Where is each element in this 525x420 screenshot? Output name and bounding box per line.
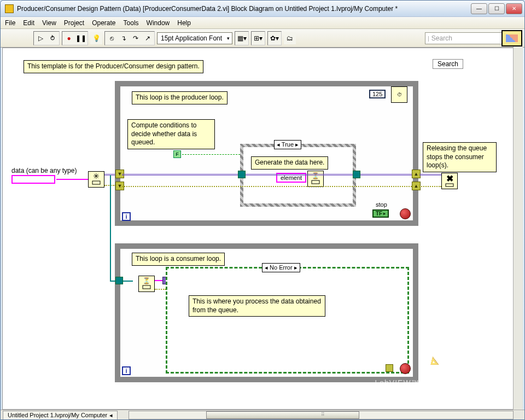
- wire-to-release: [419, 174, 441, 176]
- run-button[interactable]: ▷: [34, 32, 46, 44]
- run-cont-button[interactable]: ⥁: [46, 32, 59, 44]
- release-queue-node[interactable]: ✖: [441, 173, 458, 189]
- app-window: Producer/Consumer Design Pattern (Data) …: [0, 0, 525, 420]
- project-path-label: Untitled Project 1.lvproj/My Computer: [8, 412, 107, 418]
- obtain-queue-node[interactable]: ✳: [88, 171, 104, 188]
- svg-text:✳: ✳: [93, 172, 100, 180]
- menu-window[interactable]: Window: [147, 19, 170, 27]
- horizontal-scrollbar[interactable]: ⠿: [129, 411, 514, 419]
- abort-button[interactable]: ●: [63, 32, 75, 44]
- distribute-group: ⊞▾: [251, 31, 265, 45]
- tunnel-case-in1: [238, 171, 246, 178]
- wire-deq-err: [155, 289, 166, 290]
- svg-text:⏳: ⏳: [312, 172, 319, 179]
- window-controls: — ☐ ✕: [471, 3, 522, 14]
- menu-tools[interactable]: Tools: [124, 19, 139, 27]
- run-group: ▷ ⥁: [33, 31, 60, 45]
- wait-ms-node[interactable]: ⏱: [391, 86, 407, 103]
- toolbar: ▷ ⥁ ● ❚❚ 💡 ⎋ ↴ ↷ ↗ 15pt Application Font…: [1, 29, 524, 48]
- menu-help[interactable]: Help: [177, 19, 191, 27]
- step-group: ⎋ ↴ ↷ ↗: [104, 31, 155, 45]
- menubar: File Edit View Project Operate Tools Win…: [1, 17, 524, 29]
- menu-view[interactable]: View: [42, 19, 56, 27]
- menu-operate[interactable]: Operate: [92, 19, 115, 27]
- consumer-note: This loop is a consumer loop.: [132, 253, 225, 266]
- scroll-grip-icon: ⠿: [321, 412, 325, 417]
- svg-rect-5: [446, 184, 453, 186]
- producer-stop-terminal[interactable]: [400, 208, 411, 219]
- data-terminal[interactable]: [11, 175, 55, 184]
- enqueue-node[interactable]: ⏳: [307, 171, 324, 187]
- status-bar: Untitled Project 1.lvproj/My Computer ◂ …: [1, 410, 524, 419]
- wire-error-thru-producer: [122, 186, 412, 187]
- menu-project[interactable]: Project: [64, 19, 84, 27]
- consumer-iteration: i: [122, 366, 131, 375]
- hscroll-thumb[interactable]: [206, 411, 360, 419]
- vertical-scrollbar[interactable]: [513, 46, 523, 410]
- diagram-search-button[interactable]: Search: [433, 59, 463, 69]
- consumer-case-structure[interactable]: [166, 267, 409, 374]
- producer-iteration: i: [122, 212, 131, 221]
- close-button[interactable]: ✕: [506, 3, 522, 14]
- producer-case-selector[interactable]: ◂ True ▸: [274, 140, 301, 149]
- exec-group: ● ❚❚: [62, 31, 88, 45]
- svg-text:⏳: ⏳: [143, 277, 150, 284]
- menu-file[interactable]: File: [5, 19, 15, 27]
- reorder-button[interactable]: 🗂: [284, 32, 296, 44]
- pause-button[interactable]: ❚❚: [75, 32, 87, 44]
- wait-ms-constant[interactable]: 125: [369, 90, 386, 98]
- wire-queue-thru-producer: [122, 174, 412, 176]
- template-note: This template is for the Producer/Consum…: [24, 60, 203, 73]
- app-icon: [5, 4, 14, 13]
- step-into-button[interactable]: ↴: [118, 32, 130, 44]
- wm-l1: NATIONAL: [442, 353, 500, 365]
- producer-note: This loop is the producer loop.: [132, 91, 228, 104]
- search-divider-icon: |: [428, 35, 429, 42]
- svg-text:✖: ✖: [446, 174, 453, 183]
- stop-control[interactable]: TF: [372, 209, 389, 218]
- minimize-button[interactable]: —: [471, 3, 487, 14]
- stop-label: stop: [376, 201, 387, 208]
- font-select[interactable]: 15pt Application Font: [157, 32, 232, 44]
- process-note: This is where you process the data obtai…: [189, 295, 325, 317]
- tunnel-case-out1: [353, 171, 360, 178]
- highlight-button[interactable]: 💡: [90, 32, 102, 44]
- align-button[interactable]: ▦▾: [236, 32, 248, 44]
- cleanup-button[interactable]: ✿▾: [269, 32, 281, 44]
- release-note: Releasing the queue stops the consumer l…: [423, 142, 497, 172]
- wire-err-to-release: [419, 186, 441, 187]
- step-out-button[interactable]: ↗: [142, 32, 154, 44]
- menu-edit[interactable]: Edit: [23, 19, 34, 27]
- consumer-tunnel-in: [115, 277, 123, 284]
- generate-note: Generate the data here.: [251, 156, 328, 170]
- window-title: Producer/Consumer Design Pattern (Data) …: [17, 5, 471, 13]
- compute-note: Compute conditions to decide whether dat…: [127, 119, 215, 149]
- wire-queue-down: [110, 175, 111, 282]
- retain-wire-button[interactable]: ⎋: [106, 32, 118, 44]
- vi-icon[interactable]: [501, 30, 522, 46]
- toolbar-search[interactable]: | 🔍: [425, 32, 507, 44]
- project-path-tab[interactable]: Untitled Project 1.lvproj/My Computer ◂: [3, 411, 118, 419]
- false-constant[interactable]: F: [173, 150, 181, 158]
- consumer-stop-terminal[interactable]: [400, 363, 411, 374]
- data-terminal-label: data (can be any type): [11, 167, 77, 174]
- reorder-group: ✿▾: [267, 31, 282, 45]
- dequeue-node[interactable]: ⏳: [138, 276, 155, 292]
- font-select-label: 15pt Application Font: [161, 34, 222, 42]
- svg-rect-3: [312, 180, 319, 184]
- block-diagram-canvas[interactable]: This template is for the Producer/Consum…: [2, 48, 523, 410]
- align-group: ▦▾: [235, 31, 249, 45]
- consumer-err-tunnel: [386, 364, 393, 372]
- maximize-button[interactable]: ☐: [488, 3, 505, 14]
- wire-bool: [182, 154, 240, 155]
- distribute-button[interactable]: ⊞▾: [252, 32, 264, 44]
- wire-data: [56, 179, 88, 180]
- consumer-case-selector[interactable]: ◂ No Error ▸: [262, 263, 300, 272]
- path-chevron-icon: ◂: [109, 412, 113, 419]
- svg-rect-7: [143, 285, 150, 289]
- svg-rect-1: [92, 181, 100, 184]
- titlebar[interactable]: Producer/Consumer Design Pattern (Data) …: [1, 1, 524, 17]
- step-over-button[interactable]: ↷: [130, 32, 142, 44]
